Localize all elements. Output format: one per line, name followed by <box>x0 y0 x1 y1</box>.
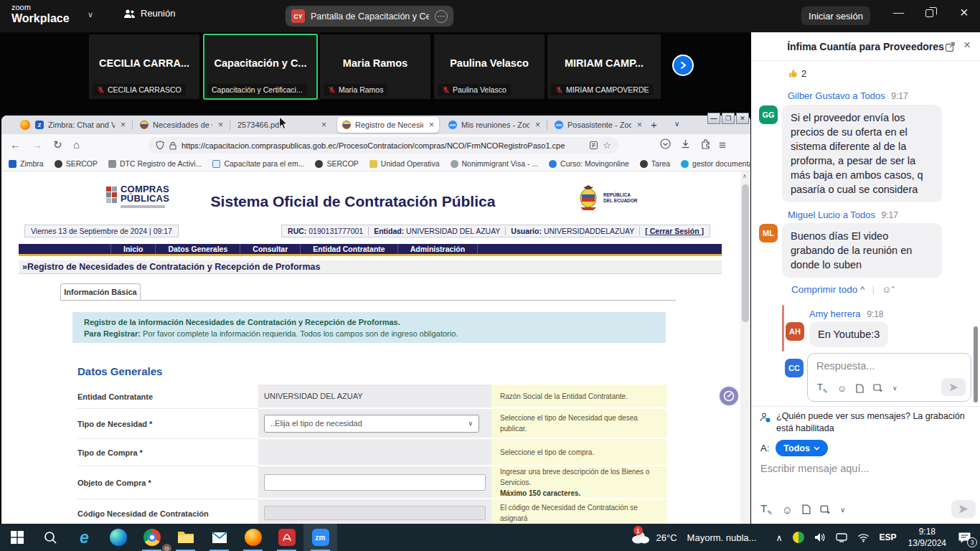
taskbar-file-explorer[interactable] <box>169 524 202 551</box>
signin-button[interactable]: Iniciar sesión <box>801 6 870 25</box>
reply-input[interactable]: Respuesta... T✎ ☺ ∨ <box>807 353 971 402</box>
meeting-nav-item[interactable]: Reunión <box>123 8 175 19</box>
bookmark-star-icon[interactable]: ☆ <box>603 140 611 151</box>
browser-tab[interactable]: Z Zimbra: Chat and Video × <box>30 117 131 133</box>
add-reaction-icon[interactable]: ☺+ <box>882 284 895 295</box>
weather-description[interactable]: Mayorm. nubla... <box>682 524 771 551</box>
participant-tile[interactable]: Maria Ramos Maria Ramos <box>320 34 430 99</box>
scrollbar-thumb[interactable] <box>742 184 749 322</box>
chevron-down-icon[interactable]: ∨ <box>892 385 897 392</box>
collapse-all-link[interactable]: Comprimir todo ^ <box>791 284 864 295</box>
browser-tab[interactable]: Necesidades de Contrata × <box>135 117 228 133</box>
tipo-necesidad-select[interactable]: ..Elija el tipo de necesidad∨ <box>264 415 479 433</box>
wifi-icon[interactable] <box>852 524 875 551</box>
bookmark-item[interactable]: Curso: Movingonline <box>549 159 629 168</box>
more-options-icon[interactable]: ⋯ <box>435 10 448 23</box>
format-icon[interactable]: T✎ <box>760 502 773 517</box>
cerrar-sesion-link[interactable]: [ Cerrar Sesión ] <box>639 227 704 235</box>
chat-message[interactable]: En Youtube:3 <box>809 321 888 347</box>
chat-message[interactable]: Buenos días El video grabando de la reun… <box>782 223 942 278</box>
minimize-button[interactable]: — <box>893 6 904 17</box>
home-icon[interactable]: ⌂ <box>73 138 80 151</box>
menu-item-inicio[interactable]: Inicio <box>110 244 156 254</box>
language-indicator[interactable]: ESP <box>875 524 902 551</box>
recipient-selector[interactable]: Todos <box>776 440 828 456</box>
send-message-button[interactable] <box>951 500 976 518</box>
message-input[interactable]: Escribir mensaje aquí... <box>760 463 870 474</box>
participant-tile[interactable]: CECILIA CARRA... CECILIA CARRASCO <box>89 34 199 99</box>
file-icon[interactable] <box>856 384 864 393</box>
bookmark-item[interactable]: SERCOP <box>55 159 98 168</box>
extensions-icon[interactable] <box>700 138 711 149</box>
forward-icon[interactable]: → <box>32 138 42 151</box>
chat-scrollbar-thumb[interactable] <box>974 326 978 402</box>
taskbar-internet-explorer[interactable]: e <box>67 524 101 551</box>
chat-message[interactable]: Si el proveedor envía los precios de su … <box>782 105 942 202</box>
bookmark-item[interactable]: Tarea <box>640 159 670 168</box>
taskbar-edge[interactable] <box>101 524 135 551</box>
close-tab-icon[interactable]: × <box>535 120 540 130</box>
format-icon[interactable]: T✎ <box>817 382 828 395</box>
participant-tile-active-speaker[interactable]: Capacitación y C... Capacitación y Certi… <box>204 34 317 99</box>
new-tab-button[interactable]: + <box>651 118 657 131</box>
shield-icon[interactable] <box>156 141 164 150</box>
clock[interactable]: 9:1813/9/2024 <box>902 524 953 551</box>
screenshot-icon[interactable] <box>873 384 883 392</box>
close-tab-icon[interactable]: × <box>121 120 126 130</box>
antivirus-icon[interactable] <box>788 524 809 551</box>
participant-tile[interactable]: Paulina Velasco Paulina Velasco <box>434 34 545 99</box>
browser-tab-active[interactable]: Registro de Necesidade × <box>337 117 439 133</box>
remote-restore-icon[interactable]: ❒ <box>722 113 735 124</box>
taskbar-firefox[interactable] <box>236 524 270 551</box>
reaction-badge[interactable]: 2 <box>788 68 806 79</box>
tab-list-button[interactable]: ∨ <box>674 120 679 128</box>
taskbar-zoom[interactable]: zm <box>303 524 337 551</box>
close-tab-icon[interactable]: × <box>429 120 434 130</box>
participant-tile[interactable]: MIRIAM CAMP... MIRIAM CAMPOVERDE <box>547 34 661 99</box>
url-bar[interactable]: https://capacitacion.compraspublicas.gob… <box>149 137 618 154</box>
bookmark-item[interactable]: SERCOP <box>315 159 358 168</box>
chevron-down-icon[interactable]: ∨ <box>88 10 93 19</box>
taskbar-acrobat[interactable] <box>270 524 303 551</box>
weather-widget[interactable]: 1 <box>625 524 651 551</box>
chevron-down-icon[interactable]: ∨ <box>840 506 845 514</box>
back-icon[interactable]: ← <box>10 138 21 151</box>
search-button[interactable] <box>34 524 67 551</box>
cast-icon[interactable] <box>831 524 852 551</box>
reader-view-icon[interactable] <box>590 141 598 149</box>
scroll-up-icon[interactable]: ∧ <box>743 173 747 179</box>
bookmark-item[interactable]: Zimbra <box>9 159 44 168</box>
menu-item-administracion[interactable]: Administración <box>398 244 478 254</box>
menu-item-consultar[interactable]: Consultar <box>240 244 301 254</box>
emoji-icon[interactable]: ☺ <box>782 504 793 516</box>
bookmark-item[interactable]: gestor documental <box>681 159 754 168</box>
bookmark-item[interactable]: Unidad Operativa <box>369 159 440 168</box>
pocket-icon[interactable] <box>660 138 671 149</box>
temperature[interactable]: 26°C <box>651 524 682 551</box>
close-chat-icon[interactable]: × <box>963 38 971 52</box>
volume-icon[interactable] <box>809 524 831 551</box>
tab-informacion-basica[interactable]: Información Básica <box>60 283 141 300</box>
remote-minimize-icon[interactable]: — <box>707 113 720 124</box>
next-participants-button[interactable] <box>672 55 694 76</box>
tray-expand-chevron[interactable]: ∧ <box>771 524 787 551</box>
taskbar-chrome[interactable]: G <box>135 524 169 551</box>
start-button[interactable] <box>0 524 34 551</box>
page-scrollbar[interactable]: ∧ <box>740 171 750 524</box>
screen-share-gauge-icon[interactable] <box>718 385 740 407</box>
pop-out-icon[interactable] <box>945 42 956 52</box>
bookmark-item[interactable]: Capacítate para el em... <box>212 159 304 168</box>
firefox-icon[interactable] <box>20 120 30 130</box>
menu-item-datos-generales[interactable]: Datos Generales <box>156 244 240 254</box>
remote-window-controls[interactable]: — ❒ ✕ <box>707 113 749 124</box>
close-tab-icon[interactable]: × <box>218 120 223 130</box>
menu-item-entidad-contratante[interactable]: Entidad Contratante <box>301 244 397 254</box>
emoji-icon[interactable]: ☺ <box>837 383 847 394</box>
taskbar-mail[interactable] <box>202 524 236 551</box>
browser-tab[interactable]: zm Posasistente - Zoom × <box>550 117 647 133</box>
bookmark-item[interactable]: Nonimmigrant Visa - ... <box>451 159 539 168</box>
screenshot-icon[interactable] <box>820 505 831 514</box>
close-tab-icon[interactable]: × <box>321 120 326 130</box>
send-reply-button[interactable] <box>941 378 966 396</box>
restore-button[interactable] <box>925 9 933 17</box>
